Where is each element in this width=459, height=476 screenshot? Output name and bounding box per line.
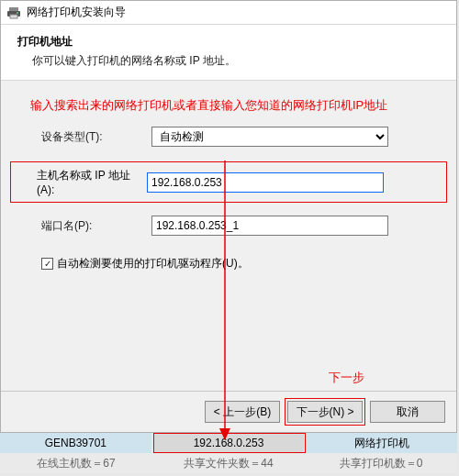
status-bar: 在线主机数＝67 共享文件夹数＝44 共享打印机数＝0 (0, 453, 457, 473)
window-title: 网络打印机安装向导 (27, 5, 126, 20)
header-title: 打印机地址 (17, 34, 440, 50)
device-type-label: 设备类型(T): (16, 129, 151, 145)
wizard-header: 打印机地址 你可以键入打印机的网络名称或 IP 地址。 (1, 25, 456, 81)
port-input[interactable] (151, 216, 388, 236)
annotation-next-label: 下一步 (329, 370, 364, 386)
device-type-row: 设备类型(T): 自动检测 (16, 127, 442, 147)
cancel-button[interactable]: 取消 (370, 401, 445, 423)
autodetect-checkbox[interactable]: ✓ (41, 258, 53, 270)
wizard-footer: 下一步 < 上一步(B) 下一步(N) > 取消 (1, 391, 456, 432)
svg-point-3 (17, 12, 18, 14)
back-button[interactable]: < 上一步(B) (205, 401, 280, 423)
status-shares: 共享文件夹数＝44 (152, 453, 305, 473)
autodetect-row[interactable]: ✓ 自动检测要使用的打印机驱动程序(U)。 (16, 256, 442, 271)
svg-rect-2 (10, 15, 17, 18)
header-subtitle: 你可以键入打印机的网络名称或 IP 地址。 (17, 53, 440, 69)
autodetect-label: 自动检测要使用的打印机驱动程序(U)。 (57, 256, 249, 271)
port-label: 端口名(P): (16, 218, 151, 234)
annotation-hint: 输入搜索出来的网络打印机或者直接输入您知道的网络打印机IP地址 (30, 97, 442, 114)
port-row: 端口名(P): (16, 216, 442, 236)
result-row: GENB39701 192.168.0.253 网络打印机 (0, 433, 457, 453)
result-ip[interactable]: 192.168.0.253 (153, 433, 307, 453)
device-type-select[interactable]: 自动检测 (151, 127, 388, 147)
hostname-label: 主机名称或 IP 地址(A): (17, 168, 147, 196)
status-hosts: 在线主机数＝67 (0, 453, 152, 473)
svg-rect-0 (9, 7, 18, 11)
next-button[interactable]: 下一步(N) > (287, 401, 363, 423)
wizard-dialog: 网络打印机安装向导 打印机地址 你可以键入打印机的网络名称或 IP 地址。 输入… (0, 0, 457, 433)
status-printers: 共享打印机数＝0 (305, 453, 457, 473)
printer-icon (6, 6, 21, 20)
hostname-row: 主机名称或 IP 地址(A): (10, 161, 447, 203)
result-type[interactable]: 网络打印机 (306, 433, 457, 453)
result-hostname[interactable]: GENB39701 (0, 433, 153, 453)
titlebar: 网络打印机安装向导 (1, 1, 456, 25)
hostname-input[interactable] (147, 172, 384, 193)
wizard-body: 输入搜索出来的网络打印机或者直接输入您知道的网络打印机IP地址 设备类型(T):… (1, 81, 456, 391)
